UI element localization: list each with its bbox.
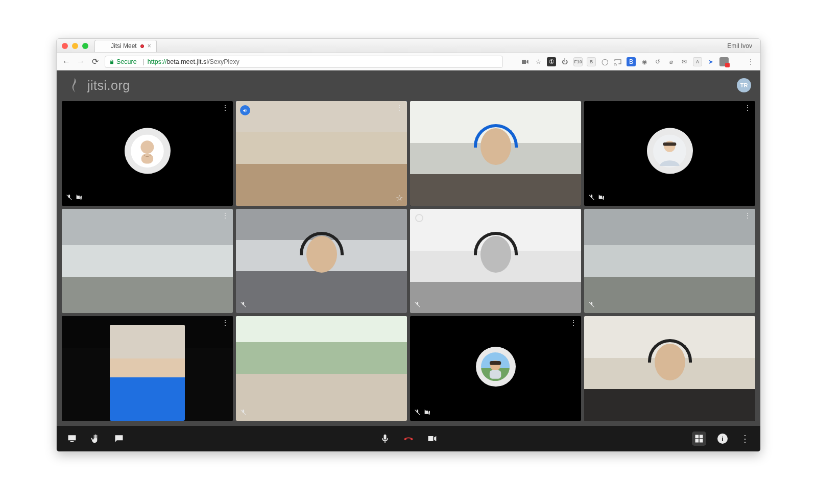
mute-indicators [414,409,430,418]
mute-indicators [414,301,421,310]
ext-icon-blue-b[interactable]: B [627,57,636,66]
url-bar: ← → ⟳ Secure | https://beta.meet.jit.si/… [57,53,760,70]
ext-icon-mail[interactable]: ✉ [680,57,689,66]
toolbox-right: i ⋮ [692,431,751,446]
window-minimize-button[interactable] [72,43,78,49]
participant-tile[interactable] [584,316,755,421]
browser-menu-button[interactable]: ⋮ [746,57,755,66]
mic-muted-icon [240,409,247,418]
svg-rect-11 [490,370,501,378]
tab-close-button[interactable]: × [148,42,151,50]
cam-muted-icon [76,194,82,203]
mic-muted-icon [588,301,595,310]
toolbox-left [66,433,125,445]
camera-permission-icon[interactable] [520,57,530,66]
cam-muted-icon [424,409,430,418]
participant-avatar [647,128,693,174]
mute-indicators [588,301,595,310]
video-feed [62,316,233,421]
mic-muted-icon [66,194,73,203]
ext-icon-jitsi[interactable] [733,57,742,66]
tile-menu-button[interactable]: ⋮ [396,104,403,111]
ext-icon-pointer[interactable]: ➤ [706,57,715,66]
active-speaker-icon [240,105,250,115]
tile-menu-button[interactable]: ⋮ [222,319,229,326]
hangup-button[interactable] [402,433,415,445]
raise-hand-button[interactable] [89,433,102,445]
tile-menu-button[interactable]: ⋮ [570,319,577,326]
tile-menu-button[interactable]: ⋮ [222,104,229,111]
participant-tile[interactable] [410,101,581,206]
mic-muted-icon [240,301,247,310]
mic-muted-icon [414,409,421,418]
local-user-avatar[interactable]: TR [737,78,751,92]
logo-text: jitsi.org [87,78,130,93]
mute-indicators [588,194,605,203]
jitsi-logo-icon [66,77,83,94]
ext-icon-refresh[interactable]: ↺ [653,57,662,66]
mute-indicators [240,409,247,418]
video-feed [410,101,581,206]
toolbox: i ⋮ [57,426,760,451]
url-actions: ☆ ① ⏻ F10 B ◯ B ◉ ↺ ⌀ ✉ A ➤ ⋮ [520,57,755,66]
jitsi-logo: jitsi.org [66,77,130,94]
window-controls [62,43,88,49]
participant-tile[interactable]: ⋮ [62,209,233,314]
nav-back-button[interactable]: ← [62,57,71,66]
ext-icon-1[interactable]: ① [547,57,556,66]
tab-title: Jitsi Meet [111,42,137,50]
participant-tile[interactable]: ⋮☆ [236,101,407,206]
address-field[interactable]: Secure | https://beta.meet.jit.si/SexyPl… [105,56,503,68]
more-actions-button[interactable]: ⋮ [739,433,751,445]
ext-icon-chat[interactable]: ⌀ [666,57,676,66]
secure-badge: Secure [109,58,137,65]
ext-icon-target[interactable]: ◉ [640,57,649,66]
pin-star-icon[interactable]: ☆ [396,193,403,203]
microphone-toggle-button[interactable] [379,433,391,445]
video-feed [236,209,407,314]
nav-reload-button[interactable]: ⟳ [90,57,100,66]
url-path: /SexyPlexy [208,58,239,65]
participant-tile[interactable]: ⋮ [584,101,755,206]
ext-icon-badged[interactable] [719,57,729,66]
svg-point-1 [141,140,154,154]
dominant-speaker-ring-icon [415,214,423,222]
tile-view-button[interactable] [692,431,706,446]
ext-icon-2[interactable]: ⏻ [560,57,569,66]
lock-icon [109,59,114,64]
participant-tile[interactable] [410,209,581,314]
camera-toggle-button[interactable] [426,433,438,445]
bookmark-star-icon[interactable]: ☆ [534,57,543,66]
mic-muted-icon [588,194,595,203]
video-feed [584,316,755,421]
participant-tile[interactable]: ⋮ [62,101,233,206]
screen-share-button[interactable] [66,433,78,445]
window-close-button[interactable] [62,43,68,49]
ext-icon-b[interactable]: B [587,57,596,66]
participant-tile[interactable]: ⋮ [62,316,233,421]
participant-avatar [476,347,516,387]
participant-tile[interactable] [236,209,407,314]
participant-tile[interactable]: ⋮ [584,209,755,314]
ext-icon-f10[interactable]: F10 [573,57,583,66]
participant-tile[interactable] [236,316,407,421]
cast-icon[interactable] [613,57,622,66]
info-button[interactable]: i [717,434,728,444]
nav-forward-button[interactable]: → [76,57,85,66]
participant-tile[interactable]: ⋮ [410,316,581,421]
svg-rect-2 [141,154,153,163]
participant-avatar [125,128,171,174]
chat-button[interactable] [113,433,125,445]
jitsi-app: jitsi.org TR ⋮⋮☆⋮⋮⋮⋮⋮ i ⋮ [57,70,760,451]
mute-indicators [66,194,82,203]
ext-icon-circle[interactable]: ◯ [600,57,609,66]
cam-muted-icon [598,194,605,203]
window-maximize-button[interactable] [82,43,88,49]
recording-indicator-icon [140,44,144,48]
browser-tab[interactable]: Jitsi Meet × [94,40,157,52]
svg-rect-5 [663,142,677,146]
tile-menu-button[interactable]: ⋮ [222,212,229,219]
tile-menu-button[interactable]: ⋮ [744,104,751,111]
tile-menu-button[interactable]: ⋮ [744,212,751,219]
ext-icon-a[interactable]: A [693,57,702,66]
